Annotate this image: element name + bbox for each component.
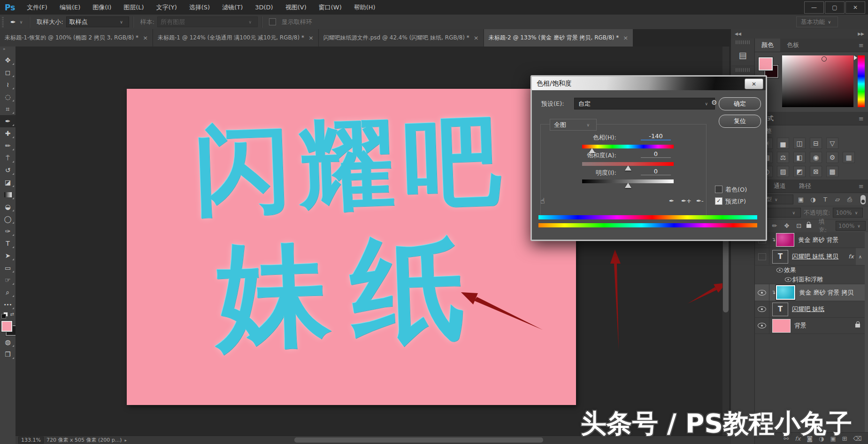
colorize-checkbox[interactable] bbox=[715, 186, 722, 193]
bevel-emboss-row[interactable]: 斜面和浮雕 bbox=[755, 275, 865, 284]
eyedropper-icon[interactable]: ✒ bbox=[669, 197, 674, 204]
vertical-scrollbar-thumb[interactable] bbox=[723, 237, 729, 312]
eyedropper-plus-icon[interactable]: ✒+ bbox=[681, 197, 691, 204]
menu-window[interactable]: 窗口(W) bbox=[313, 3, 348, 12]
selective-color-icon[interactable]: ⊠ bbox=[810, 166, 822, 177]
layer-row[interactable]: ↴ 黄金 磨砂 背景 bbox=[755, 232, 865, 248]
layer-row[interactable]: T 闪耀吧 妹纸 拷贝 fx ∧ bbox=[755, 248, 865, 265]
color-balance-icon[interactable]: ⚖ bbox=[777, 152, 789, 163]
lasso-tool[interactable]: ≀ bbox=[0, 78, 15, 91]
menu-file[interactable]: 文件(F) bbox=[21, 3, 54, 12]
maximize-button[interactable]: ▢ bbox=[825, 1, 845, 14]
minimize-button[interactable]: — bbox=[804, 1, 824, 14]
preview-checkbox[interactable]: ✓ bbox=[715, 197, 722, 205]
scrubby-hand-icon[interactable]: ☝ bbox=[540, 196, 545, 205]
screen-mode-button[interactable]: ❐ bbox=[0, 348, 15, 360]
panel-menu-icon[interactable]: ≡ bbox=[854, 39, 868, 52]
saturation-slider-handle[interactable] bbox=[625, 165, 631, 171]
lightness-value[interactable]: 0 bbox=[641, 168, 671, 175]
text-layer-thumbnail[interactable]: T bbox=[772, 250, 788, 264]
gradient-map-icon[interactable]: ▩ bbox=[826, 166, 838, 177]
document-tab-4-active[interactable]: 未标题-2 @ 133% (黄金 磨砂 背景 拷贝, RGB/8) * × bbox=[484, 29, 633, 47]
layer-row[interactable]: T 闪耀吧 妹纸 bbox=[755, 301, 865, 318]
channel-mixer-icon[interactable]: ⚙ bbox=[826, 152, 838, 163]
document-tab-2[interactable]: 未标题-1 @ 124% (全场通用 满100元 减10元, RGB/8) * … bbox=[153, 29, 319, 47]
menu-filter[interactable]: 滤镜(T) bbox=[216, 3, 249, 12]
curves-icon[interactable]: ◫ bbox=[793, 138, 806, 149]
panel-menu-icon[interactable]: ≡ bbox=[854, 179, 868, 193]
filter-adjustment-icon[interactable]: ◑ bbox=[808, 196, 818, 203]
menu-type[interactable]: 文字(Y) bbox=[150, 3, 183, 12]
show-ring-checkbox[interactable] bbox=[269, 18, 276, 25]
threshold-icon[interactable]: ◩ bbox=[793, 166, 806, 177]
layer-name[interactable]: 闪耀吧 妹纸 bbox=[792, 305, 824, 313]
opacity-field[interactable]: 100% ∨ bbox=[833, 208, 863, 218]
gradient-tool[interactable] bbox=[0, 188, 15, 201]
lock-position-icon[interactable]: ✥ bbox=[782, 222, 791, 229]
layer-row[interactable]: 背景 bbox=[755, 318, 865, 334]
tab-paths[interactable]: 路径 bbox=[792, 179, 818, 193]
collapse-fx-icon[interactable]: ∧ bbox=[856, 248, 865, 265]
hue-strip[interactable] bbox=[858, 55, 865, 107]
filter-toggle[interactable] bbox=[860, 195, 866, 204]
panel-menu-icon[interactable]: ≡ bbox=[854, 112, 868, 125]
eyedropper-minus-icon[interactable]: ✒- bbox=[696, 197, 704, 204]
workspace-switcher[interactable]: 基本功能 ∨ bbox=[796, 16, 838, 27]
saturation-value[interactable]: 0 bbox=[641, 150, 671, 158]
layer-name[interactable]: 黄金 磨砂 背景 bbox=[798, 236, 838, 244]
collapse-panels-icon[interactable]: ◀◀ bbox=[735, 31, 741, 36]
menu-layer[interactable]: 图层(L) bbox=[117, 3, 150, 12]
toolbar-collapse-icon[interactable]: » bbox=[0, 47, 15, 54]
history-brush-tool[interactable]: ↺ bbox=[0, 164, 15, 176]
close-icon[interactable]: × bbox=[308, 34, 314, 41]
path-selection-tool[interactable]: ➤ bbox=[0, 249, 15, 262]
rectangle-tool[interactable]: ▭ bbox=[0, 262, 15, 274]
effects-row[interactable]: 效果 bbox=[755, 265, 865, 275]
filter-shape-icon[interactable]: ▱ bbox=[833, 196, 842, 203]
reset-button[interactable]: 复位 bbox=[719, 115, 761, 128]
preset-dropdown[interactable]: 自定 ∨ bbox=[574, 98, 715, 109]
tab-channels[interactable]: 通道 bbox=[767, 179, 792, 193]
layer-thumbnail[interactable] bbox=[772, 319, 791, 333]
brush-tool[interactable]: ✏ bbox=[0, 140, 15, 152]
hand-tool[interactable]: ☞ bbox=[0, 274, 15, 286]
visibility-toggle[interactable] bbox=[755, 248, 769, 265]
layer-thumbnail[interactable] bbox=[776, 233, 794, 247]
black-white-icon[interactable]: ◧ bbox=[793, 152, 806, 163]
fill-field[interactable]: 100% ∨ bbox=[836, 221, 866, 231]
menu-view[interactable]: 视图(V) bbox=[279, 3, 313, 12]
pen-tool[interactable]: ✑ bbox=[0, 225, 15, 237]
close-icon[interactable]: × bbox=[623, 34, 628, 41]
levels-icon[interactable]: ▅ bbox=[777, 138, 789, 149]
document-tab-1[interactable]: 未标题-1-恢复的 @ 100% (椭圆 2 拷贝 3, RGB/8) * × bbox=[0, 29, 153, 47]
eye-icon[interactable] bbox=[776, 268, 783, 273]
layer-name[interactable]: 黄金 磨砂 背景 拷贝 bbox=[799, 288, 853, 297]
dialog-title-bar[interactable]: 色相/饱和度 ✕ bbox=[532, 77, 766, 90]
clone-stamp-tool[interactable]: ⍑ bbox=[0, 152, 15, 164]
preset-gear-icon[interactable]: ⚙ bbox=[711, 99, 717, 106]
eraser-tool[interactable]: ◪ bbox=[0, 176, 15, 188]
tab-color[interactable]: 颜色 bbox=[755, 39, 780, 52]
menu-3d[interactable]: 3D(D) bbox=[249, 4, 279, 11]
visibility-toggle[interactable] bbox=[755, 301, 769, 317]
hue-slider[interactable] bbox=[582, 145, 674, 148]
sample-dropdown[interactable]: 所有图层 ∨ bbox=[157, 16, 258, 27]
lightness-slider[interactable] bbox=[582, 179, 674, 183]
menu-select[interactable]: 选择(S) bbox=[183, 3, 216, 12]
close-button[interactable]: ✕ bbox=[845, 1, 865, 14]
lightness-slider-handle[interactable] bbox=[625, 183, 631, 188]
hue-value[interactable]: -140 bbox=[641, 132, 671, 140]
ok-button[interactable]: 确定 bbox=[719, 97, 761, 110]
edit-toolbar-button[interactable]: ••• bbox=[0, 298, 15, 311]
quick-selection-tool[interactable]: ◌ bbox=[0, 91, 15, 103]
document-tab-3[interactable]: 闪耀吧妹纸源文件.psd @ 42.4% (闪耀吧 妹纸, RGB/8) * × bbox=[319, 29, 484, 47]
eye-icon[interactable] bbox=[785, 277, 791, 282]
text-layer-thumbnail[interactable]: T bbox=[772, 303, 788, 316]
hue-strip-marker[interactable] bbox=[854, 55, 857, 60]
color-field[interactable] bbox=[782, 55, 853, 107]
foreground-color-swatch[interactable] bbox=[759, 57, 773, 70]
eyedropper-tool-selected[interactable]: ✒ bbox=[0, 115, 15, 127]
layer-name[interactable]: 背景 bbox=[794, 321, 807, 330]
delete-layer-icon[interactable]: ⌫ bbox=[853, 435, 862, 442]
close-icon[interactable]: × bbox=[143, 34, 148, 41]
